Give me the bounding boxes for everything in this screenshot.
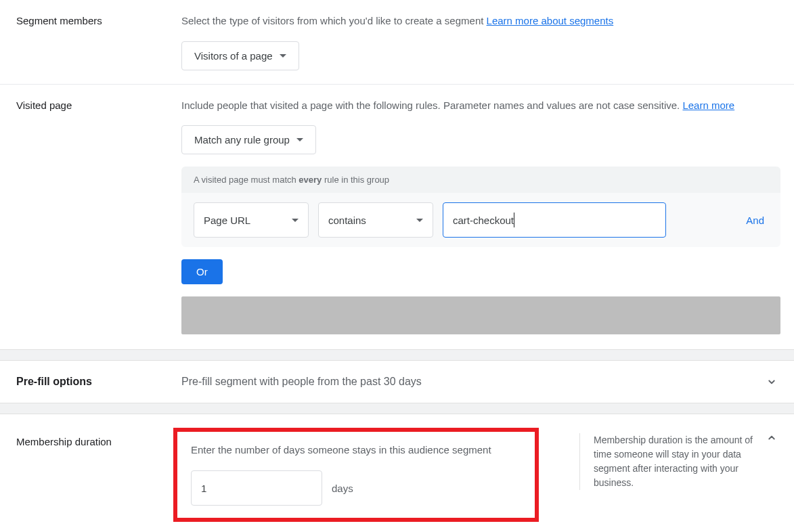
rule-attribute-dropdown[interactable]: Page URL	[194, 202, 309, 238]
segment-members-desc: Select the type of visitors from which y…	[181, 14, 780, 29]
rule-attribute-label: Page URL	[204, 215, 250, 226]
membership-days-unit: days	[332, 483, 353, 494]
rule-group-header: A visited page must match every rule in …	[181, 167, 780, 193]
section-visited-page: Visited page Include people that visited…	[0, 85, 794, 350]
match-rule-group-label: Match any rule group	[194, 134, 290, 146]
visited-page-label: Visited page	[16, 98, 181, 335]
learn-more-segments-link[interactable]: Learn more about segments	[487, 15, 614, 26]
collapse-membership-button[interactable]	[766, 432, 778, 446]
membership-days-input[interactable]: 1	[191, 470, 322, 506]
chevron-up-icon	[766, 432, 778, 444]
prefill-desc: Pre-fill segment with people from the pa…	[181, 376, 766, 388]
expand-prefill-button[interactable]	[766, 376, 778, 388]
membership-days-row: 1 days	[191, 470, 521, 506]
rule-header-post: rule in this group	[322, 175, 389, 185]
add-and-condition[interactable]: And	[746, 215, 768, 226]
chevron-down-icon	[766, 376, 778, 388]
rule-header-pre: A visited page must match	[194, 175, 299, 185]
rule-group: A visited page must match every rule in …	[181, 167, 780, 247]
section-segment-members: Segment members Select the type of visit…	[0, 0, 794, 85]
text-cursor-icon	[514, 213, 514, 227]
section-divider	[0, 349, 794, 361]
learn-more-visited-link[interactable]: Learn more	[682, 99, 734, 111]
section-membership-duration: Membership duration Enter the number of …	[0, 414, 794, 532]
caret-down-icon	[280, 54, 286, 58]
section-divider	[0, 403, 794, 414]
segment-members-content: Select the type of visitors from which y…	[181, 14, 780, 70]
rule-header-bold: every	[299, 175, 322, 185]
membership-help-text: Membership duration is the amount of tim…	[579, 433, 755, 490]
membership-duration-label: Membership duration	[16, 428, 173, 447]
segment-members-label: Segment members	[16, 14, 181, 70]
rule-value-input[interactable]: cart-checkout	[443, 202, 666, 238]
visited-page-desc: Include people that visited a page with …	[181, 98, 780, 114]
match-rule-group-dropdown[interactable]: Match any rule group	[181, 125, 316, 154]
caret-down-icon	[292, 219, 299, 222]
rule-operator-dropdown[interactable]: contains	[318, 202, 433, 238]
rule-value-text: cart-checkout	[453, 215, 514, 226]
caret-down-icon	[416, 219, 423, 222]
visitors-of-page-dropdown[interactable]: Visitors of a page	[181, 41, 299, 70]
visited-page-content: Include people that visited a page with …	[181, 98, 780, 335]
membership-highlight-box: Enter the number of days someone stays i…	[173, 428, 539, 522]
visitors-of-page-dropdown-label: Visitors of a page	[194, 50, 273, 62]
section-prefill: Pre-fill options Pre-fill segment with p…	[0, 361, 794, 403]
visited-page-desc-text: Include people that visited a page with …	[181, 99, 682, 111]
placeholder-block	[181, 296, 780, 334]
membership-days-value: 1	[201, 483, 206, 494]
segment-members-desc-text: Select the type of visitors from which y…	[181, 15, 487, 26]
membership-field-desc: Enter the number of days someone stays i…	[191, 444, 521, 456]
rule-operator-label: contains	[328, 215, 366, 226]
add-or-group-button[interactable]: Or	[181, 259, 223, 284]
rule-row: Page URL contains cart-checkout And	[181, 193, 780, 247]
prefill-label: Pre-fill options	[16, 376, 181, 388]
caret-down-icon	[296, 138, 303, 141]
